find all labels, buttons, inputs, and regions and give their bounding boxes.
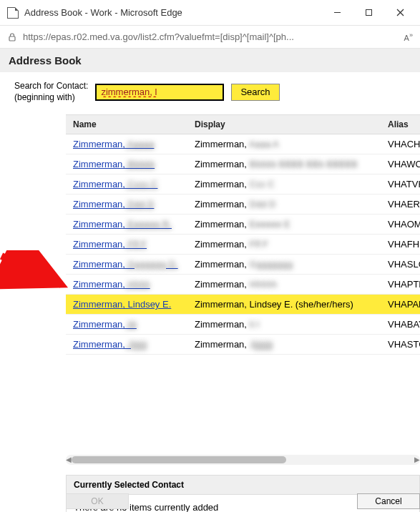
table-row[interactable]: Zimmerman, AaaaaZimmerman, Aaaa AVHACHS — [66, 134, 420, 154]
redacted-text: Ii I — [247, 319, 259, 330]
table-row[interactable]: Zimmerman, Fff FZimmerman, Fff FVHAFHM — [66, 235, 420, 255]
redacted-text: Aaaaa — [125, 139, 155, 149]
table-row[interactable]: Zimmerman, Lindsey E.Zimmerman, Lindsey … — [66, 295, 420, 315]
redacted-text: Eeeeee E — [247, 219, 290, 230]
maximize-button[interactable] — [353, 2, 384, 24]
contact-alias: VHAWCO — [381, 154, 420, 174]
table-row[interactable]: Zimmerman, JjjjjjjjZimmerman, Jjjjjjjjjj… — [66, 335, 420, 355]
scroll-left-icon[interactable]: ◀ — [66, 456, 72, 463]
contact-name-link[interactable]: Zimmerman, Lindsey E. — [73, 299, 171, 310]
table-row[interactable]: Zimmerman, HhhhZimmerman, HhhhhVHAPTH — [66, 275, 420, 295]
callout-arrow — [0, 250, 72, 300]
col-name: Name — [66, 115, 187, 134]
contact-name-link[interactable]: Zimmerman, Aaaaa — [73, 139, 154, 149]
svg-line-5 — [1, 256, 62, 285]
search-area: Search for Contact: (beginning with) Sea… — [0, 72, 420, 107]
table-row[interactable]: Zimmerman, Eeeeee R.Zimmerman, Eeeeee EV… — [66, 215, 420, 235]
svg-rect-1 — [366, 10, 371, 16]
selected-contact-heading: Currently Selected Contact — [67, 476, 419, 495]
contact-name-link[interactable]: Zimmerman, Iiii — [73, 319, 137, 330]
lock-icon — [7, 32, 17, 42]
contact-alias: VHAERI — [381, 195, 420, 215]
table-row[interactable]: Zimmerman, Ddd DZimmerman, Ddd DVHAERI — [66, 195, 420, 215]
close-button[interactable] — [384, 2, 416, 24]
horizontal-scrollbar[interactable]: ◀ ▶ — [66, 455, 420, 465]
redacted-text: Ccc C — [247, 179, 275, 189]
redacted-text: Jjjjjjjj — [125, 339, 147, 350]
contact-alias: VHATVH — [381, 174, 420, 195]
contact-name-link[interactable]: Zimmerman, Ddd D — [73, 199, 154, 210]
scroll-right-icon[interactable]: ▶ — [414, 456, 420, 463]
redacted-text: Bbbbb — [125, 159, 155, 169]
table-row[interactable]: Zimmerman, Cccc CZimmerman, Ccc CVHATVH — [66, 174, 420, 195]
contact-display: Zimmerman, Hhhhh — [187, 275, 381, 295]
contact-display: Zimmerman, Fff F — [187, 235, 381, 255]
contact-name-link[interactable]: Zimmerman, Fff F — [73, 239, 147, 250]
contact-alias: VHASTC — [381, 335, 420, 355]
window-title: Address Book - Work - Microsoft Edge — [24, 7, 321, 18]
contact-name-link[interactable]: Zimmerman, Jjjjjjjj — [73, 339, 147, 350]
contact-name-link[interactable]: Zimmerman, Hhhh — [73, 279, 150, 290]
contact-display: Zimmerman, Eeeeee E — [187, 215, 381, 235]
table-row[interactable]: Zimmerman, IiiiZimmerman, Ii IVHABAY — [66, 315, 420, 335]
redacted-text: Fff F — [125, 239, 147, 250]
contact-alias: VHASLC — [381, 255, 420, 275]
contact-alias: VHACHS — [381, 134, 420, 154]
contact-name-link[interactable]: Zimmerman, Bbbbb — [73, 159, 155, 169]
search-button[interactable]: Search — [231, 84, 279, 101]
address-bar: https://epas.r02.med.va.gov/list2.cfm?va… — [0, 26, 420, 49]
redacted-text: Hhhhh — [247, 279, 277, 290]
redacted-text: Aaaa A — [247, 139, 279, 149]
contact-display: Zimmerman, Lindsey E. (she/her/hers) — [187, 295, 381, 315]
page-title: Address Book — [0, 49, 420, 72]
contact-display: Zimmerman, Gggggggg — [187, 255, 381, 275]
dialog-button-bar: OK Cancel — [66, 493, 420, 509]
svg-rect-4 — [9, 36, 15, 41]
redacted-text: Eeeeee R. — [125, 219, 172, 230]
redacted-text: Iiii — [125, 319, 137, 330]
table-row[interactable]: Zimmerman, Ggggggg D.Zimmerman, Gggggggg… — [66, 255, 420, 275]
scrollbar-thumb[interactable] — [72, 456, 286, 463]
contact-alias: VHAPALZ — [381, 295, 420, 315]
url-text[interactable]: https://epas.r02.med.va.gov/list2.cfm?va… — [23, 31, 399, 42]
contact-name-link[interactable]: Zimmerman, Eeeeee R. — [73, 219, 172, 230]
col-alias: Alias — [381, 115, 420, 134]
read-aloud-icon[interactable]: A» — [404, 31, 413, 42]
search-label-line2: (beginning with) — [14, 92, 88, 104]
redacted-text: Gggggggg — [247, 259, 293, 270]
contact-alias: VHAFHM — [381, 235, 420, 255]
redacted-text: Ddd D — [125, 199, 154, 210]
redacted-text: Jjjjjjjjjj — [247, 339, 273, 350]
page-icon — [7, 7, 19, 19]
ok-button: OK — [66, 493, 129, 509]
search-label-line1: Search for Contact: — [14, 81, 88, 92]
contact-display: Zimmerman, Bbbbb BBBB BBb BBBBB — [187, 154, 381, 174]
table-header-row: Name Display Alias — [66, 115, 420, 134]
col-display: Display — [187, 115, 381, 134]
redacted-text: Ggggggg D. — [125, 259, 178, 270]
contact-alias: VHAOMA — [381, 215, 420, 235]
contact-display: Zimmerman, Jjjjjjjjjj — [187, 335, 381, 355]
contact-display: Zimmerman, Ddd D — [187, 195, 381, 215]
minimize-button[interactable] — [321, 2, 353, 24]
window-titlebar: Address Book - Work - Microsoft Edge — [0, 0, 420, 26]
contact-display: Zimmerman, Ccc C — [187, 174, 381, 195]
redacted-text: Hhhh — [125, 279, 150, 290]
contact-name-link[interactable]: Zimmerman, Ggggggg D. — [73, 259, 178, 270]
redacted-text: Cccc C — [125, 179, 158, 189]
contact-display: Zimmerman, Aaaa A — [187, 134, 381, 154]
redacted-text: Ddd D — [247, 199, 275, 210]
contact-name-link[interactable]: Zimmerman, Cccc C — [73, 179, 157, 189]
redacted-text: Bbbbb BBBB BBb BBBBB — [247, 159, 358, 169]
cancel-button[interactable]: Cancel — [357, 493, 420, 509]
contact-alias: VHAPTH — [381, 275, 420, 295]
redacted-text: Fff F — [247, 239, 268, 250]
table-row[interactable]: Zimmerman, BbbbbZimmerman, Bbbbb BBBB BB… — [66, 154, 420, 174]
search-label: Search for Contact: (beginning with) — [14, 81, 88, 103]
results-table: Name Display Alias Zimmerman, AaaaaZimme… — [66, 114, 420, 355]
search-input[interactable] — [95, 84, 224, 101]
contact-display: Zimmerman, Ii I — [187, 315, 381, 335]
contact-alias: VHABAY — [381, 315, 420, 335]
